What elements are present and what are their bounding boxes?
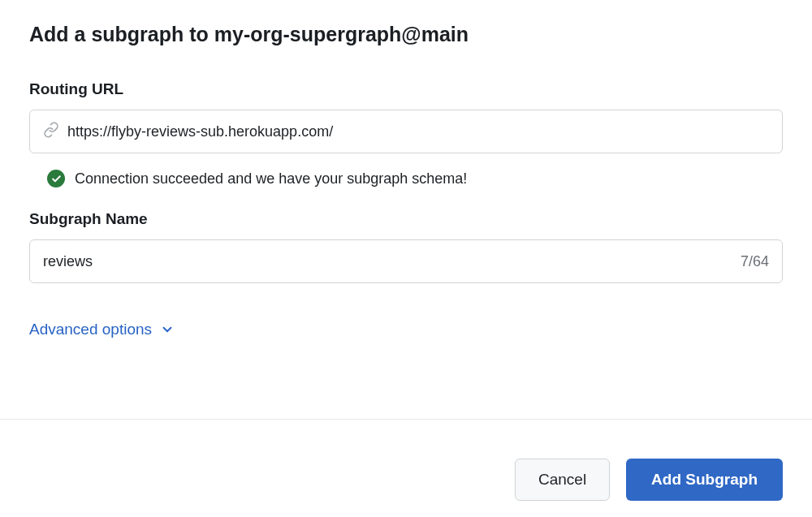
add-subgraph-button[interactable]: Add Subgraph bbox=[626, 459, 783, 501]
link-icon bbox=[43, 122, 59, 141]
dialog-footer: Cancel Add Subgraph bbox=[0, 419, 812, 517]
cancel-button[interactable]: Cancel bbox=[515, 459, 610, 501]
success-check-icon bbox=[47, 170, 65, 187]
routing-url-input[interactable] bbox=[67, 123, 769, 140]
routing-url-field-group: Routing URL Connection succeeded and we … bbox=[29, 80, 783, 187]
routing-url-label: Routing URL bbox=[29, 80, 783, 98]
advanced-options-toggle[interactable]: Advanced options bbox=[29, 321, 175, 338]
subgraph-name-input-wrapper[interactable]: 7/64 bbox=[29, 239, 783, 283]
add-subgraph-dialog: Add a subgraph to my-org-supergraph@main… bbox=[0, 0, 812, 338]
routing-url-input-wrapper[interactable] bbox=[29, 110, 783, 153]
subgraph-name-input[interactable] bbox=[43, 253, 732, 270]
chevron-down-icon bbox=[160, 322, 175, 337]
connection-status-row: Connection succeeded and we have your su… bbox=[29, 170, 783, 187]
dialog-title: Add a subgraph to my-org-supergraph@main bbox=[29, 23, 783, 46]
subgraph-name-counter: 7/64 bbox=[741, 253, 769, 270]
subgraph-name-field-group: Subgraph Name 7/64 bbox=[29, 210, 783, 283]
connection-status-text: Connection succeeded and we have your su… bbox=[75, 170, 467, 187]
advanced-options-label: Advanced options bbox=[29, 321, 152, 338]
subgraph-name-label: Subgraph Name bbox=[29, 210, 783, 228]
